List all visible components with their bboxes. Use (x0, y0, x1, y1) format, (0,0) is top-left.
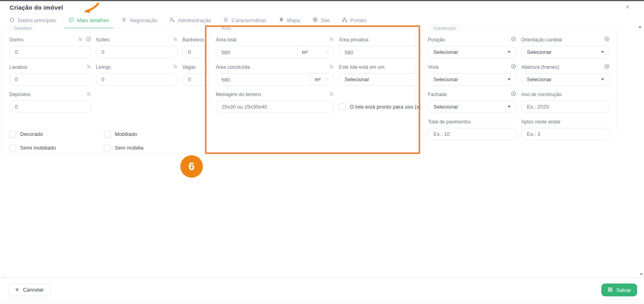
close-icon[interactable]: × (625, 4, 630, 10)
section-construcao: Construção Posição Selecionar Orientação… (421, 28, 617, 134)
checkbox-box[interactable] (104, 144, 111, 151)
tab-label: Site (321, 17, 330, 23)
area-privativa-input[interactable] (339, 46, 421, 58)
area-construida-input[interactable] (216, 74, 310, 86)
tab-label: Administração (178, 17, 211, 23)
abertura-select[interactable]: Selecionar (521, 73, 610, 86)
checkbox-label: Sem mobilia (115, 145, 144, 151)
field-abertura: Abertura (frames) Selecionar (521, 64, 610, 86)
checkbox-mobiliado[interactable]: Mobiliado (104, 131, 198, 138)
select-value: Selecionar (433, 76, 458, 82)
field-label: Orientação cardeal (521, 37, 562, 43)
globe-icon (312, 17, 318, 24)
tab-bar: Dados principais Mais detalhes Negociaçã… (5, 14, 374, 28)
tab-portais[interactable]: Portais (338, 14, 370, 28)
area-total-unit-select[interactable]: m² (297, 46, 334, 58)
vista-select[interactable]: Selecionar (428, 73, 516, 86)
field-label: Área total (216, 37, 236, 43)
ano-construcao-input[interactable] (521, 101, 610, 113)
suites-input[interactable] (96, 46, 178, 58)
aptos-andar-input[interactable] (521, 128, 610, 140)
field-area-total: Área total m² (216, 37, 334, 58)
feed-icon[interactable] (329, 64, 334, 71)
field-aptos-andar: Aptos neste andar (521, 119, 610, 140)
checkbox-sem-mobilia[interactable]: Sem mobilia (104, 144, 198, 151)
checkbox-box[interactable] (104, 131, 111, 138)
tab-label: Mapa (287, 17, 300, 23)
vscroll-down-arrow[interactable] (640, 273, 643, 275)
tutorial-arrow-icon (80, 2, 101, 17)
feed-icon[interactable] (329, 36, 334, 43)
tab-mapa[interactable]: Mapa (275, 14, 304, 28)
tab-label: Características (231, 17, 266, 23)
person-gear-icon (169, 17, 175, 24)
plus-icon[interactable] (511, 91, 516, 98)
save-icon (607, 287, 613, 294)
checkbox-semi-mobiliado[interactable]: Semi mobiliado (9, 144, 104, 151)
field-fachada: Fachada Selecionar (428, 91, 516, 113)
field-dorms: Dorms (9, 37, 91, 58)
livings-input[interactable] (96, 73, 178, 86)
field-label: Este lote está em um: (339, 64, 386, 70)
info-icon (68, 17, 74, 24)
field-ano-construcao: Ano de construção (521, 91, 610, 113)
plus-icon[interactable] (511, 36, 516, 43)
checkbox-decorado[interactable]: Decorado (9, 131, 104, 138)
field-lavabos: Lavabos (9, 64, 91, 86)
total-pavimentos-input[interactable] (428, 128, 516, 140)
info-icon[interactable] (86, 36, 91, 43)
feed-icon[interactable] (329, 91, 334, 98)
tab-label: Dados principais (18, 17, 56, 23)
field-total-pavimentos: Total de pavimentos (428, 119, 516, 140)
feed-icon[interactable] (173, 36, 178, 43)
select-value: Selecionar (527, 76, 551, 82)
section-legend: Área (217, 25, 235, 32)
field-label: Vista (428, 64, 438, 70)
caret-down-icon (601, 51, 604, 53)
select-value: Selecionar (345, 76, 369, 82)
field-posicao: Posição Selecionar (428, 37, 516, 58)
metragem-input[interactable] (216, 101, 334, 113)
feed-icon[interactable] (86, 64, 91, 71)
area-construida-unit-select[interactable]: m² (310, 74, 334, 85)
feed-icon[interactable] (86, 91, 91, 98)
save-button[interactable]: Salvar (601, 283, 637, 296)
cancel-button[interactable]: ✕ Cancelar (8, 283, 51, 296)
feed-icon[interactable] (78, 36, 83, 43)
depositos-input[interactable] (9, 101, 91, 113)
field-vista: Vista Selecionar (428, 64, 516, 86)
checkbox-box[interactable] (9, 144, 16, 151)
dorms-input[interactable] (9, 46, 91, 58)
close-icon: ✕ (15, 287, 19, 293)
tab-site[interactable]: Site (308, 14, 334, 28)
field-livings: Livings (96, 64, 178, 86)
cancel-label: Cancelar (23, 287, 44, 293)
caret-down-icon (601, 78, 604, 80)
checkbox-box[interactable] (339, 103, 346, 110)
page-title: Criação do imóvel (10, 4, 63, 11)
feed-icon[interactable] (173, 64, 178, 71)
plus-icon[interactable] (604, 64, 610, 71)
tab-label: Mais detalhes (77, 17, 109, 23)
field-label: Lavabos (9, 64, 27, 70)
checkbox-label: Mobiliado (115, 131, 137, 137)
checkbox-label: Semi mobiliado (20, 145, 56, 151)
vscroll-up-arrow[interactable] (638, 26, 642, 28)
lavabos-input[interactable] (9, 73, 91, 86)
map-pin-icon (279, 17, 284, 24)
property-creation-dialog: Criação do imóvel × Dados principais Mai… (0, 0, 644, 304)
orientacao-select[interactable]: Selecionar (521, 46, 610, 58)
tab-negociacao[interactable]: Negociação (117, 14, 161, 28)
fachada-select[interactable]: Selecionar (428, 101, 516, 113)
posicao-select[interactable]: Selecionar (428, 46, 516, 58)
tab-administracao[interactable]: Administração (165, 14, 215, 28)
area-total-input[interactable] (216, 46, 297, 58)
section-area: Área Área total m² (209, 28, 415, 109)
field-orientacao: Orientação cardeal Selecionar (521, 37, 610, 58)
caret-down-icon (508, 78, 511, 80)
plus-icon[interactable] (604, 36, 610, 43)
plus-icon[interactable] (511, 64, 516, 71)
field-label: Livings (96, 64, 111, 70)
checkbox-box[interactable] (9, 131, 16, 138)
field-label: Área privativa (339, 37, 368, 43)
